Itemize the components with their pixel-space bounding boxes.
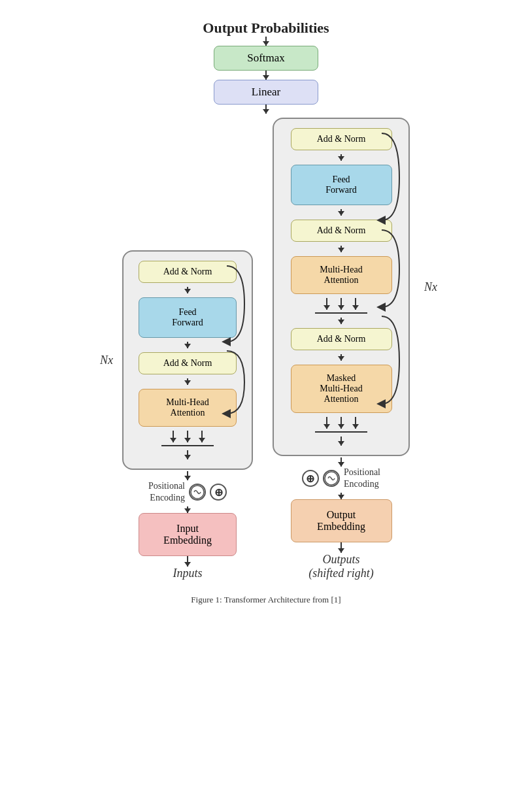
encoder-pos-enc-row: Positional Encoding ⊕ bbox=[148, 480, 227, 504]
dec-masked-line1: Masked bbox=[327, 373, 356, 383]
inp-emb-line1: Input bbox=[176, 523, 199, 534]
dec-arrow-5 bbox=[341, 354, 342, 361]
encoder-wave-icon bbox=[189, 484, 206, 501]
main-columns: Nx Add & Norm Feed Forward Add & Norm bbox=[7, 118, 525, 580]
encoder-wave-svg bbox=[190, 485, 205, 499]
enc-pos-line1: Positional bbox=[148, 481, 185, 491]
dec-arrow-6 bbox=[341, 437, 342, 446]
linear-box: Linear bbox=[214, 80, 318, 105]
encoder-column: Nx Add & Norm Feed Forward Add & Norm bbox=[122, 250, 253, 580]
enc-v-arrow bbox=[201, 431, 203, 442]
enc-arrow-3 bbox=[187, 378, 188, 385]
arrow-to-softmax bbox=[265, 37, 267, 46]
enc-mha-line2: Attention bbox=[171, 408, 205, 418]
decoder-plus-circle: ⊕ bbox=[302, 470, 319, 487]
output-probabilities-text: Output Probabilities bbox=[203, 20, 329, 37]
dec-pos-line2: Encoding bbox=[344, 479, 379, 489]
enc-arrow-2 bbox=[187, 342, 188, 348]
dec-masked-line2: Multi-Head bbox=[320, 384, 362, 393]
dec-arrow-7 bbox=[341, 457, 342, 467]
decoder-feed-forward: Feed Forward bbox=[291, 165, 392, 205]
enc-ff-line2: Forward bbox=[172, 318, 203, 327]
enc-arrow-4 bbox=[187, 450, 188, 459]
out-emb-line1: Output bbox=[327, 509, 356, 520]
decoder-nx-container: Nx Add & Norm Feed Forward Add & Norm Mu… bbox=[273, 118, 410, 456]
dec-arrow-1 bbox=[341, 154, 342, 161]
enc-qkv-hline bbox=[161, 445, 214, 446]
encoder-plus-symbol: ⊕ bbox=[214, 486, 223, 499]
encoder-add-norm-top: Add & Norm bbox=[139, 261, 237, 283]
enc-arrow-6 bbox=[187, 506, 188, 513]
dec-q-arrow bbox=[326, 298, 327, 310]
enc-ff-line1: Feed bbox=[178, 307, 196, 317]
dec-arrow-9 bbox=[341, 542, 342, 553]
dec-self-k-arrow bbox=[341, 417, 342, 429]
output-embedding-box: Output Embedding bbox=[291, 499, 392, 542]
enc-mha-line1: Multi-Head bbox=[166, 397, 208, 407]
dec-k-arrow bbox=[341, 298, 342, 310]
decoder-self-arrows bbox=[284, 417, 398, 429]
dec-self-v-arrow bbox=[355, 417, 356, 429]
dec-arrow-3 bbox=[341, 246, 342, 252]
dec-arrow-4 bbox=[341, 318, 342, 324]
decoder-wave-icon bbox=[323, 470, 340, 487]
decoder-pos-enc-row: ⊕ Positional Encoding bbox=[302, 467, 380, 490]
decoder-masked-mha: Masked Multi-Head Attention bbox=[291, 365, 392, 413]
enc-q-arrow bbox=[173, 431, 174, 442]
enc-k-arrow bbox=[187, 431, 188, 442]
dec-arrow-2 bbox=[341, 209, 342, 216]
dec-v-arrow bbox=[355, 298, 356, 310]
encoder-feed-forward: Feed Forward bbox=[139, 297, 237, 338]
encoder-pos-enc-label: Positional Encoding bbox=[148, 480, 185, 504]
softmax-box: Softmax bbox=[214, 46, 318, 71]
enc-arrow-1 bbox=[187, 287, 188, 293]
encoder-add-norm-bottom: Add & Norm bbox=[139, 352, 237, 374]
enc-pos-line2: Encoding bbox=[150, 493, 185, 503]
inp-emb-line2: Embedding bbox=[163, 535, 212, 546]
decoder-add-norm-bottom: Add & Norm bbox=[291, 328, 392, 350]
dec-ff-line1: Feed bbox=[332, 174, 350, 184]
arrow-linear-decoder bbox=[265, 105, 267, 114]
dec-kv-hline bbox=[315, 312, 367, 314]
dec-self-q-arrow bbox=[326, 417, 327, 429]
output-probabilities-label: Output Probabilities Softmax Linear bbox=[7, 20, 525, 114]
transformer-diagram: Output Probabilities Softmax Linear Nx A… bbox=[7, 13, 525, 605]
decoder-plus-symbol: ⊕ bbox=[306, 472, 314, 485]
input-embedding-box: Input Embedding bbox=[139, 513, 237, 556]
decoder-cross-arrows bbox=[284, 298, 398, 310]
out-emb-line2: Embedding bbox=[317, 521, 365, 532]
decoder-add-norm-top: Add & Norm bbox=[291, 128, 392, 150]
encoder-mha: Multi-Head Attention bbox=[139, 389, 237, 427]
out-line1: Outputs bbox=[322, 553, 359, 566]
arrow-softmax-linear bbox=[265, 71, 267, 80]
dec-pos-line1: Positional bbox=[344, 467, 380, 477]
out-line2: (shifted right) bbox=[308, 567, 374, 580]
decoder-add-norm-middle: Add & Norm bbox=[291, 220, 392, 242]
inputs-label: Inputs bbox=[173, 567, 203, 580]
dec-mha-line1: Multi-Head bbox=[320, 265, 362, 274]
dec-self-hline bbox=[315, 431, 367, 433]
decoder-nx-label: Nx bbox=[424, 280, 437, 294]
enc-arrow-5 bbox=[187, 471, 188, 480]
decoder-pos-enc-label: Positional Encoding bbox=[344, 467, 380, 490]
outputs-label: Outputs (shifted right) bbox=[308, 553, 374, 580]
enc-arrow-7 bbox=[187, 556, 188, 567]
encoder-nx-container: Nx Add & Norm Feed Forward Add & Norm bbox=[122, 250, 253, 470]
decoder-wave-svg bbox=[324, 471, 339, 486]
decoder-cross-mha: Multi-Head Attention bbox=[291, 256, 392, 294]
figure-caption: Figure 1: Transformer Architecture from … bbox=[191, 595, 341, 605]
dec-mha-line2: Attention bbox=[324, 275, 359, 285]
encoder-qkv-arrows bbox=[134, 431, 241, 442]
dec-ff-line2: Forward bbox=[325, 185, 356, 195]
encoder-plus-circle: ⊕ bbox=[210, 484, 227, 501]
decoder-column: Nx Add & Norm Feed Forward Add & Norm Mu… bbox=[273, 118, 410, 580]
dec-arrow-8 bbox=[341, 493, 342, 499]
dec-masked-line3: Attention bbox=[324, 394, 359, 404]
encoder-nx-label: Nx bbox=[100, 354, 113, 367]
